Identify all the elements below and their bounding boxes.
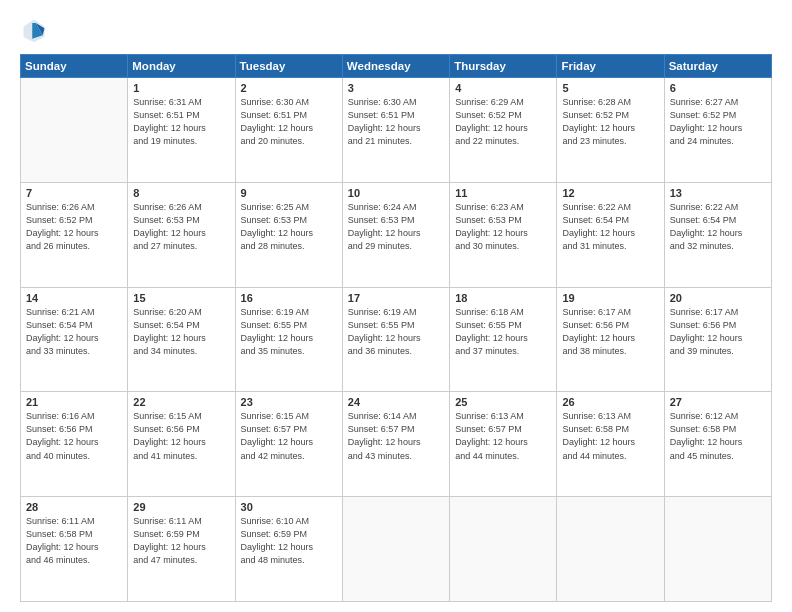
day-header-thursday: Thursday bbox=[450, 55, 557, 78]
calendar-cell: 24Sunrise: 6:14 AM Sunset: 6:57 PM Dayli… bbox=[342, 392, 449, 497]
day-header-tuesday: Tuesday bbox=[235, 55, 342, 78]
day-number: 27 bbox=[670, 396, 766, 408]
calendar-cell: 14Sunrise: 6:21 AM Sunset: 6:54 PM Dayli… bbox=[21, 287, 128, 392]
logo-icon bbox=[20, 16, 48, 44]
calendar-cell bbox=[21, 78, 128, 183]
header bbox=[20, 16, 772, 44]
calendar-cell: 5Sunrise: 6:28 AM Sunset: 6:52 PM Daylig… bbox=[557, 78, 664, 183]
day-number: 1 bbox=[133, 82, 229, 94]
calendar-cell: 26Sunrise: 6:13 AM Sunset: 6:58 PM Dayli… bbox=[557, 392, 664, 497]
calendar-cell: 1Sunrise: 6:31 AM Sunset: 6:51 PM Daylig… bbox=[128, 78, 235, 183]
day-header-sunday: Sunday bbox=[21, 55, 128, 78]
calendar-cell: 13Sunrise: 6:22 AM Sunset: 6:54 PM Dayli… bbox=[664, 182, 771, 287]
calendar-cell: 9Sunrise: 6:25 AM Sunset: 6:53 PM Daylig… bbox=[235, 182, 342, 287]
day-info: Sunrise: 6:30 AM Sunset: 6:51 PM Dayligh… bbox=[348, 96, 444, 148]
day-number: 2 bbox=[241, 82, 337, 94]
day-info: Sunrise: 6:25 AM Sunset: 6:53 PM Dayligh… bbox=[241, 201, 337, 253]
day-info: Sunrise: 6:15 AM Sunset: 6:57 PM Dayligh… bbox=[241, 410, 337, 462]
day-number: 6 bbox=[670, 82, 766, 94]
day-number: 29 bbox=[133, 501, 229, 513]
day-number: 5 bbox=[562, 82, 658, 94]
day-info: Sunrise: 6:16 AM Sunset: 6:56 PM Dayligh… bbox=[26, 410, 122, 462]
day-number: 8 bbox=[133, 187, 229, 199]
day-header-wednesday: Wednesday bbox=[342, 55, 449, 78]
calendar-cell: 10Sunrise: 6:24 AM Sunset: 6:53 PM Dayli… bbox=[342, 182, 449, 287]
day-number: 10 bbox=[348, 187, 444, 199]
calendar-table: SundayMondayTuesdayWednesdayThursdayFrid… bbox=[20, 54, 772, 602]
day-info: Sunrise: 6:19 AM Sunset: 6:55 PM Dayligh… bbox=[348, 306, 444, 358]
calendar-cell: 12Sunrise: 6:22 AM Sunset: 6:54 PM Dayli… bbox=[557, 182, 664, 287]
calendar-cell: 29Sunrise: 6:11 AM Sunset: 6:59 PM Dayli… bbox=[128, 497, 235, 602]
day-info: Sunrise: 6:27 AM Sunset: 6:52 PM Dayligh… bbox=[670, 96, 766, 148]
day-info: Sunrise: 6:31 AM Sunset: 6:51 PM Dayligh… bbox=[133, 96, 229, 148]
day-info: Sunrise: 6:11 AM Sunset: 6:58 PM Dayligh… bbox=[26, 515, 122, 567]
day-header-friday: Friday bbox=[557, 55, 664, 78]
calendar-cell: 19Sunrise: 6:17 AM Sunset: 6:56 PM Dayli… bbox=[557, 287, 664, 392]
day-info: Sunrise: 6:10 AM Sunset: 6:59 PM Dayligh… bbox=[241, 515, 337, 567]
day-number: 4 bbox=[455, 82, 551, 94]
calendar-cell: 21Sunrise: 6:16 AM Sunset: 6:56 PM Dayli… bbox=[21, 392, 128, 497]
calendar-cell bbox=[557, 497, 664, 602]
calendar-cell: 7Sunrise: 6:26 AM Sunset: 6:52 PM Daylig… bbox=[21, 182, 128, 287]
day-number: 25 bbox=[455, 396, 551, 408]
day-number: 9 bbox=[241, 187, 337, 199]
day-info: Sunrise: 6:21 AM Sunset: 6:54 PM Dayligh… bbox=[26, 306, 122, 358]
calendar-cell: 17Sunrise: 6:19 AM Sunset: 6:55 PM Dayli… bbox=[342, 287, 449, 392]
day-info: Sunrise: 6:15 AM Sunset: 6:56 PM Dayligh… bbox=[133, 410, 229, 462]
day-info: Sunrise: 6:14 AM Sunset: 6:57 PM Dayligh… bbox=[348, 410, 444, 462]
day-info: Sunrise: 6:22 AM Sunset: 6:54 PM Dayligh… bbox=[670, 201, 766, 253]
logo bbox=[20, 16, 52, 44]
day-number: 3 bbox=[348, 82, 444, 94]
calendar-cell: 15Sunrise: 6:20 AM Sunset: 6:54 PM Dayli… bbox=[128, 287, 235, 392]
day-number: 17 bbox=[348, 292, 444, 304]
day-info: Sunrise: 6:17 AM Sunset: 6:56 PM Dayligh… bbox=[562, 306, 658, 358]
day-info: Sunrise: 6:22 AM Sunset: 6:54 PM Dayligh… bbox=[562, 201, 658, 253]
day-info: Sunrise: 6:17 AM Sunset: 6:56 PM Dayligh… bbox=[670, 306, 766, 358]
calendar-header-row: SundayMondayTuesdayWednesdayThursdayFrid… bbox=[21, 55, 772, 78]
day-number: 12 bbox=[562, 187, 658, 199]
calendar-week-row: 7Sunrise: 6:26 AM Sunset: 6:52 PM Daylig… bbox=[21, 182, 772, 287]
day-number: 19 bbox=[562, 292, 658, 304]
day-info: Sunrise: 6:24 AM Sunset: 6:53 PM Dayligh… bbox=[348, 201, 444, 253]
day-number: 28 bbox=[26, 501, 122, 513]
day-info: Sunrise: 6:26 AM Sunset: 6:52 PM Dayligh… bbox=[26, 201, 122, 253]
calendar-cell bbox=[450, 497, 557, 602]
calendar-cell: 20Sunrise: 6:17 AM Sunset: 6:56 PM Dayli… bbox=[664, 287, 771, 392]
day-number: 24 bbox=[348, 396, 444, 408]
calendar-cell: 4Sunrise: 6:29 AM Sunset: 6:52 PM Daylig… bbox=[450, 78, 557, 183]
day-number: 22 bbox=[133, 396, 229, 408]
calendar-cell bbox=[342, 497, 449, 602]
day-info: Sunrise: 6:28 AM Sunset: 6:52 PM Dayligh… bbox=[562, 96, 658, 148]
calendar-week-row: 21Sunrise: 6:16 AM Sunset: 6:56 PM Dayli… bbox=[21, 392, 772, 497]
calendar-cell: 3Sunrise: 6:30 AM Sunset: 6:51 PM Daylig… bbox=[342, 78, 449, 183]
day-header-saturday: Saturday bbox=[664, 55, 771, 78]
calendar-cell: 18Sunrise: 6:18 AM Sunset: 6:55 PM Dayli… bbox=[450, 287, 557, 392]
day-info: Sunrise: 6:20 AM Sunset: 6:54 PM Dayligh… bbox=[133, 306, 229, 358]
calendar-cell: 16Sunrise: 6:19 AM Sunset: 6:55 PM Dayli… bbox=[235, 287, 342, 392]
day-number: 7 bbox=[26, 187, 122, 199]
calendar-cell: 23Sunrise: 6:15 AM Sunset: 6:57 PM Dayli… bbox=[235, 392, 342, 497]
day-info: Sunrise: 6:19 AM Sunset: 6:55 PM Dayligh… bbox=[241, 306, 337, 358]
day-number: 30 bbox=[241, 501, 337, 513]
day-number: 11 bbox=[455, 187, 551, 199]
day-info: Sunrise: 6:23 AM Sunset: 6:53 PM Dayligh… bbox=[455, 201, 551, 253]
day-info: Sunrise: 6:26 AM Sunset: 6:53 PM Dayligh… bbox=[133, 201, 229, 253]
calendar-week-row: 28Sunrise: 6:11 AM Sunset: 6:58 PM Dayli… bbox=[21, 497, 772, 602]
calendar-cell: 28Sunrise: 6:11 AM Sunset: 6:58 PM Dayli… bbox=[21, 497, 128, 602]
calendar-cell: 22Sunrise: 6:15 AM Sunset: 6:56 PM Dayli… bbox=[128, 392, 235, 497]
calendar-cell: 30Sunrise: 6:10 AM Sunset: 6:59 PM Dayli… bbox=[235, 497, 342, 602]
day-number: 18 bbox=[455, 292, 551, 304]
day-info: Sunrise: 6:13 AM Sunset: 6:57 PM Dayligh… bbox=[455, 410, 551, 462]
day-info: Sunrise: 6:12 AM Sunset: 6:58 PM Dayligh… bbox=[670, 410, 766, 462]
day-number: 13 bbox=[670, 187, 766, 199]
calendar-cell: 6Sunrise: 6:27 AM Sunset: 6:52 PM Daylig… bbox=[664, 78, 771, 183]
calendar-cell: 8Sunrise: 6:26 AM Sunset: 6:53 PM Daylig… bbox=[128, 182, 235, 287]
day-info: Sunrise: 6:18 AM Sunset: 6:55 PM Dayligh… bbox=[455, 306, 551, 358]
day-number: 15 bbox=[133, 292, 229, 304]
calendar-cell: 2Sunrise: 6:30 AM Sunset: 6:51 PM Daylig… bbox=[235, 78, 342, 183]
day-number: 26 bbox=[562, 396, 658, 408]
day-number: 23 bbox=[241, 396, 337, 408]
day-info: Sunrise: 6:29 AM Sunset: 6:52 PM Dayligh… bbox=[455, 96, 551, 148]
calendar-week-row: 1Sunrise: 6:31 AM Sunset: 6:51 PM Daylig… bbox=[21, 78, 772, 183]
day-number: 14 bbox=[26, 292, 122, 304]
